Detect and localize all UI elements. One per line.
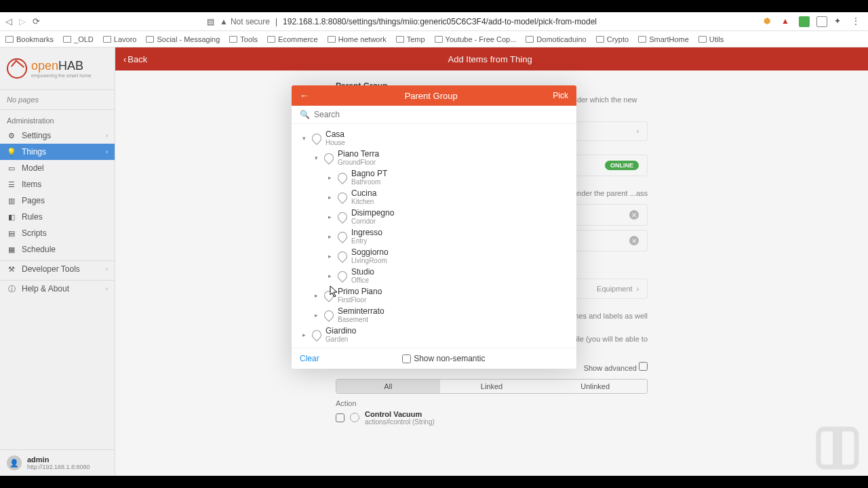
tree-row[interactable]: ▾CasaHouse [292, 128, 576, 148]
location-pin-icon [322, 289, 336, 302]
tree-row[interactable]: ▸StudioOffice [292, 266, 576, 285]
tree-sublabel: Basement [338, 316, 384, 323]
reload-icon[interactable]: ⟳ [33, 16, 40, 26]
folder-icon [526, 36, 534, 43]
tree-toggle-icon[interactable]: ▾ [300, 135, 308, 142]
folder-icon [396, 36, 404, 43]
folder-icon [5, 36, 14, 43]
bookmark-item[interactable]: Tools [229, 35, 258, 43]
show-non-semantic-checkbox[interactable] [402, 354, 411, 363]
bookmark-item[interactable]: Ecommerce [267, 35, 318, 43]
tree-row[interactable]: ▸CucinaKitchen [292, 187, 576, 207]
show-non-semantic-toggle[interactable]: Show non-semantic [402, 354, 485, 363]
sidebar-item-devtools[interactable]: ⚒Developer Tools› [0, 261, 115, 277]
clear-button[interactable]: Clear [300, 354, 319, 363]
tab-all[interactable]: All [336, 380, 440, 393]
logo-tagline: empowering the smart home [31, 73, 92, 78]
sidebar-item-pages[interactable]: ▥Pages [0, 192, 115, 209]
channel-checkbox[interactable] [336, 413, 344, 422]
sidebar-item-things[interactable]: 💡Things› [0, 144, 115, 160]
avatar: 👤 [7, 455, 22, 470]
sidebar-item-help[interactable]: ⓘHelp & About› [0, 281, 115, 297]
extensions-icon[interactable]: ✦ [834, 16, 845, 27]
sidebar-item-schedule[interactable]: ▦Schedule [0, 241, 115, 258]
tree-toggle-icon[interactable]: ▸ [326, 214, 334, 220]
bookmark-item[interactable]: Social - Messaging [146, 35, 220, 43]
ext1-icon[interactable] [799, 16, 810, 27]
bookmark-item[interactable]: Home network [328, 35, 387, 43]
clear-icon[interactable]: ✕ [629, 210, 639, 220]
show-advanced-checkbox[interactable] [639, 362, 648, 371]
extension-warn-icon[interactable]: ▲ [781, 16, 792, 27]
bookmark-item[interactable]: Lavoro [103, 35, 137, 43]
tree-row[interactable]: ▸Primo PianoFirstFloor [292, 285, 576, 305]
tree-label: Bagno PT [351, 169, 387, 178]
search-input[interactable] [314, 110, 568, 119]
tree-toggle-icon[interactable]: ▸ [326, 253, 334, 260]
tree-toggle-icon[interactable]: ▸ [326, 194, 334, 201]
tree-label: Giardino [326, 326, 356, 336]
url-text[interactable]: 192.168.1.8:8080/settings/things/miio:ge… [283, 17, 597, 26]
tab-linked[interactable]: Linked [440, 380, 544, 393]
tree-label: Disimpegno [351, 208, 394, 218]
nav-back-icon[interactable]: ◁ [5, 16, 12, 26]
tree-sublabel: Kitchen [351, 198, 376, 205]
tree-toggle-icon[interactable]: ▸ [326, 272, 334, 279]
location-pin-icon [336, 249, 349, 263]
location-pin-icon [310, 131, 323, 145]
tree-row[interactable]: ▸SeminterratoBasement [292, 305, 576, 325]
page-info-icon[interactable]: ▤ [207, 17, 214, 26]
bookmark-item[interactable]: Bookmarks [5, 35, 54, 43]
ext2-icon[interactable] [816, 16, 827, 27]
menu-icon[interactable]: ⋮ [852, 16, 863, 27]
channel-row-control-vacuum[interactable]: Control Vacuum actions#control (String) [336, 407, 648, 428]
bookmark-item[interactable]: Crypto [596, 35, 629, 43]
tree-label: Piano Terra [338, 149, 379, 159]
tree-label: Seminterrato [338, 306, 384, 316]
tree-row[interactable]: ▾Piano TerraGroundFloor [292, 148, 576, 167]
back-button[interactable]: ‹ Back [123, 54, 147, 64]
sidebar-item-rules[interactable]: ◧Rules [0, 209, 115, 225]
tree-toggle-icon[interactable]: ▸ [312, 312, 320, 319]
location-pin-icon [310, 328, 323, 342]
sidebar-item-scripts[interactable]: ▤Scripts [0, 225, 115, 241]
security-badge[interactable]: ▲ Not secure [220, 17, 270, 26]
sidebar-user[interactable]: 👤 admin http://192.168.1.8:8080 [0, 449, 115, 476]
tree-row[interactable]: ▸Bagno PTBathroom [292, 167, 576, 187]
shield-icon[interactable]: ⬢ [764, 16, 774, 27]
channel-label: Control Vacuum [365, 410, 435, 418]
svg-rect-1 [833, 429, 842, 467]
tree-sublabel: FirstFloor [338, 296, 382, 304]
bookmark-item[interactable]: Youtube - Free Cop... [435, 35, 517, 43]
folder-icon [63, 36, 71, 43]
tree-toggle-icon[interactable]: ▾ [312, 155, 320, 161]
folder-icon [146, 36, 154, 43]
bookmark-item[interactable]: SmartHome [638, 35, 689, 43]
tree-row[interactable]: ▸GiardinoGarden [292, 325, 576, 344]
logo[interactable]: openHAB empowering the smart home [0, 47, 115, 89]
tree-row[interactable]: ▸IngressoEntry [292, 226, 576, 246]
location-pin-icon [336, 190, 349, 204]
tree-label: Studio [351, 267, 374, 277]
tree-label: Soggiorno [351, 247, 389, 257]
tree-toggle-icon[interactable]: ▸ [326, 233, 334, 240]
watermark-icon [814, 424, 861, 472]
tree-toggle-icon[interactable]: ▸ [326, 174, 334, 181]
bookmark-item[interactable]: Temp [396, 35, 425, 43]
tree-row[interactable]: ▸SoggiornoLivingRoom [292, 246, 576, 266]
tree-row[interactable]: ▸DisimpegnoCorridor [292, 207, 576, 226]
tab-unlinked[interactable]: Unlinked [543, 380, 647, 393]
bookmark-item[interactable]: _OLD [63, 35, 94, 43]
sidebar-item-items[interactable]: ☰Items [0, 176, 115, 192]
tree-toggle-icon[interactable]: ▸ [312, 292, 320, 299]
clear-icon[interactable]: ✕ [629, 236, 639, 245]
bookmark-item[interactable]: Domoticaduino [526, 35, 586, 43]
tree-sublabel: Office [351, 277, 374, 284]
channel-type-icon [350, 413, 359, 422]
sidebar-item-settings[interactable]: ⚙Settings› [0, 127, 115, 144]
modal-back-button[interactable]: ← [300, 90, 309, 101]
tree-toggle-icon[interactable]: ▸ [300, 331, 308, 338]
bookmark-item[interactable]: Utils [698, 35, 724, 43]
sidebar-item-model[interactable]: ▭Model [0, 160, 115, 176]
modal-pick-button[interactable]: Pick [553, 91, 568, 100]
